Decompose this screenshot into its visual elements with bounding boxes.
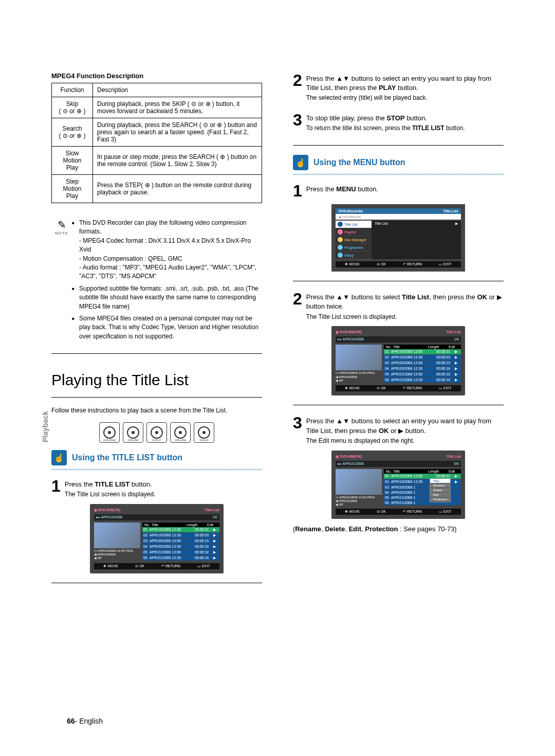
desc-slow: In pause or step mode, press the SEARCH …	[93, 147, 262, 175]
step-m2: 2 Press the ▲▼ buttons to select Title L…	[293, 291, 504, 321]
disc-dvd-ram: DVD-RAM	[99, 422, 120, 443]
hand-icon: ☝	[51, 450, 67, 465]
note-body: This DVD Recorder can play the following…	[72, 219, 262, 344]
step-m1: 1 Press the MENU button.	[293, 183, 504, 199]
fn-slow: Slow MotionPlay	[52, 147, 93, 175]
page-footer: 66- English	[67, 717, 103, 725]
disc-icons: DVD-RAM DVD-RW DVD-R DVD+RW DVD+R	[51, 422, 262, 443]
osd-title-list-3: ◉ DVD-RW(VR)Title List ▸▸ APR/21/20065/6…	[331, 451, 465, 519]
step-2-right: 2 Press the ▲▼ buttons to select an entr…	[293, 72, 504, 102]
table-caption: MPEG4 Function Description	[51, 72, 262, 80]
disc-dvd-plus-r: DVD+R	[194, 422, 214, 443]
osd-title-list-2: ◉ DVD-RW(VR)Title List ▸▸ APR/19/20061/6…	[331, 326, 465, 395]
disc-dvd-plus-rw: DVD+RW	[170, 422, 191, 443]
right-column: 2 Press the ▲▼ buttons to select an entr…	[293, 72, 504, 592]
function-table: Function Description Skip( ⊝ or ⊕ ) Duri…	[51, 83, 262, 203]
th-function: Function	[52, 83, 93, 97]
fn-step: Step MotionPlay	[52, 175, 93, 203]
note-icon: ✎NOTE	[51, 219, 72, 236]
desc-step: Press the STEP( ⊕ ) button on the remote…	[93, 175, 262, 203]
hand-icon: ☝	[293, 155, 308, 170]
osd-context-menu: Play Rename Delete Edit Protection	[430, 478, 451, 502]
step-m3: 3 Press the ▲▼ buttons to select an entr…	[293, 415, 504, 445]
sidebar-section-label: Playback	[41, 411, 49, 442]
rename-note: (Rename, Delete, Edit, Protection : See …	[293, 525, 504, 533]
fn-search: Search( ⊝ or ⊕ )	[52, 118, 93, 147]
step-3-right: 3 To stop title play, press the STOP but…	[293, 112, 504, 133]
desc-search: During playback, press the SEARCH ( ⊝ or…	[93, 118, 262, 147]
left-column: MPEG4 Function Description Function Desc…	[51, 72, 262, 592]
section-title-list: ☝ Using the TITLE LIST button	[51, 450, 262, 465]
desc-skip: During playback, press the SKIP ( ⊝ or ⊕…	[93, 97, 262, 118]
osd-main-menu: DVD-RecorderTitle List ◉ DVD-RW(VR) Titl…	[331, 204, 465, 272]
intro-text: Follow these instructions to play back a…	[51, 407, 262, 414]
osd-title-list-1: ◉ DVD-RW(VR)Title List ▸▸ APR/19/20061/6…	[90, 504, 224, 573]
section-menu: ☝ Using the MENU button	[293, 155, 504, 170]
disc-dvd-r: DVD-R	[146, 422, 167, 443]
disc-dvd-rw: DVD-RW	[123, 422, 143, 443]
step-1-left: 1 Press the TITLE LIST button. The Title…	[51, 478, 262, 499]
th-description: Description	[93, 83, 262, 97]
fn-skip: Skip( ⊝ or ⊕ )	[52, 97, 93, 118]
page-title: Playing the Title List	[51, 363, 262, 397]
